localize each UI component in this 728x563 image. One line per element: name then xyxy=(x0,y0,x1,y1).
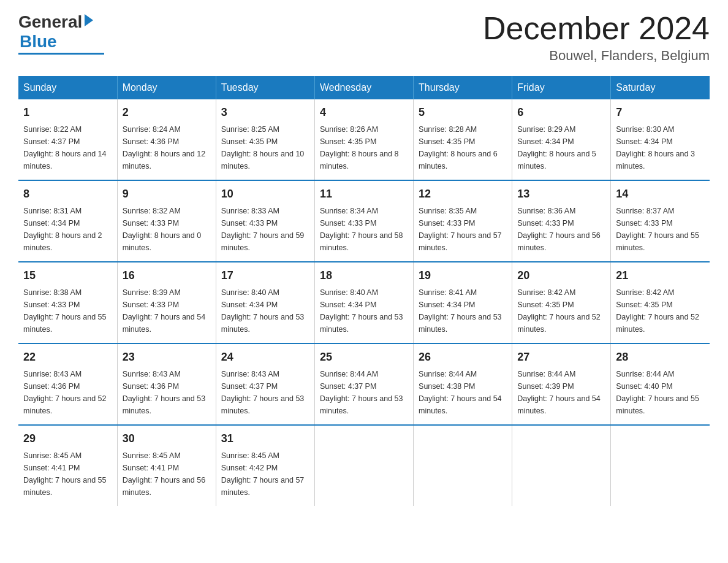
calendar-cell: 25 Sunrise: 8:44 AMSunset: 4:37 PMDaylig… xyxy=(314,343,413,425)
calendar-cell: 23 Sunrise: 8:43 AMSunset: 4:36 PMDaylig… xyxy=(117,343,216,425)
day-info: Sunrise: 8:33 AMSunset: 4:33 PMDaylight:… xyxy=(221,207,305,252)
calendar-cell: 12 Sunrise: 8:35 AMSunset: 4:33 PMDaylig… xyxy=(414,180,512,262)
header-row: Sunday Monday Tuesday Wednesday Thursday… xyxy=(18,76,710,99)
calendar-cell: 16 Sunrise: 8:39 AMSunset: 4:33 PMDaylig… xyxy=(117,262,216,343)
day-number: 19 xyxy=(419,267,507,284)
day-number: 13 xyxy=(517,186,605,202)
logo-text: General xyxy=(18,12,93,32)
calendar-cell: 27 Sunrise: 8:44 AMSunset: 4:39 PMDaylig… xyxy=(512,343,611,425)
day-number: 29 xyxy=(23,431,112,447)
day-number: 25 xyxy=(320,349,408,366)
day-info: Sunrise: 8:26 AMSunset: 4:35 PMDaylight:… xyxy=(320,125,399,170)
month-title: December 2024 xyxy=(483,12,710,44)
col-tuesday: Tuesday xyxy=(216,76,314,99)
day-number: 28 xyxy=(616,349,705,366)
logo: General Blue xyxy=(18,12,104,55)
day-info: Sunrise: 8:37 AMSunset: 4:33 PMDaylight:… xyxy=(616,207,699,252)
calendar-cell: 26 Sunrise: 8:44 AMSunset: 4:38 PMDaylig… xyxy=(414,343,512,425)
calendar-cell: 30 Sunrise: 8:45 AMSunset: 4:41 PMDaylig… xyxy=(117,425,216,506)
day-number: 5 xyxy=(419,104,507,121)
day-number: 4 xyxy=(320,104,408,121)
day-info: Sunrise: 8:36 AMSunset: 4:33 PMDaylight:… xyxy=(517,207,601,252)
col-monday: Monday xyxy=(117,76,216,99)
calendar-cell xyxy=(512,425,611,506)
col-wednesday: Wednesday xyxy=(314,76,413,99)
calendar-cell: 22 Sunrise: 8:43 AMSunset: 4:36 PMDaylig… xyxy=(18,343,117,425)
col-friday: Friday xyxy=(512,76,611,99)
day-number: 30 xyxy=(123,431,211,447)
day-info: Sunrise: 8:43 AMSunset: 4:36 PMDaylight:… xyxy=(123,370,206,415)
title-section: December 2024 Bouwel, Flanders, Belgium xyxy=(483,12,710,64)
day-info: Sunrise: 8:29 AMSunset: 4:34 PMDaylight:… xyxy=(517,125,596,170)
day-number: 3 xyxy=(221,104,309,121)
calendar-week-row: 15 Sunrise: 8:38 AMSunset: 4:33 PMDaylig… xyxy=(18,262,710,343)
calendar-cell xyxy=(314,425,413,506)
day-info: Sunrise: 8:32 AMSunset: 4:33 PMDaylight:… xyxy=(123,207,202,252)
day-info: Sunrise: 8:28 AMSunset: 4:35 PMDaylight:… xyxy=(419,125,498,170)
day-number: 14 xyxy=(616,186,705,202)
calendar-week-row: 29 Sunrise: 8:45 AMSunset: 4:41 PMDaylig… xyxy=(18,425,710,506)
day-info: Sunrise: 8:43 AMSunset: 4:36 PMDaylight:… xyxy=(23,370,107,415)
calendar-cell: 10 Sunrise: 8:33 AMSunset: 4:33 PMDaylig… xyxy=(216,180,314,262)
calendar-cell: 24 Sunrise: 8:43 AMSunset: 4:37 PMDaylig… xyxy=(216,343,314,425)
calendar-header: Sunday Monday Tuesday Wednesday Thursday… xyxy=(18,76,710,99)
day-info: Sunrise: 8:45 AMSunset: 4:41 PMDaylight:… xyxy=(123,451,206,497)
calendar-cell: 14 Sunrise: 8:37 AMSunset: 4:33 PMDaylig… xyxy=(611,180,710,262)
calendar-cell: 31 Sunrise: 8:45 AMSunset: 4:42 PMDaylig… xyxy=(216,425,314,506)
calendar-cell: 15 Sunrise: 8:38 AMSunset: 4:33 PMDaylig… xyxy=(18,262,117,343)
calendar-cell: 13 Sunrise: 8:36 AMSunset: 4:33 PMDaylig… xyxy=(512,180,611,262)
day-info: Sunrise: 8:40 AMSunset: 4:34 PMDaylight:… xyxy=(221,288,305,334)
calendar-cell: 9 Sunrise: 8:32 AMSunset: 4:33 PMDayligh… xyxy=(117,180,216,262)
calendar-cell: 2 Sunrise: 8:24 AMSunset: 4:36 PMDayligh… xyxy=(117,99,216,180)
day-number: 20 xyxy=(517,267,605,284)
calendar-cell: 29 Sunrise: 8:45 AMSunset: 4:41 PMDaylig… xyxy=(18,425,117,506)
day-info: Sunrise: 8:44 AMSunset: 4:37 PMDaylight:… xyxy=(320,370,403,415)
day-number: 26 xyxy=(419,349,507,366)
logo-triangle-icon xyxy=(85,14,93,26)
day-info: Sunrise: 8:38 AMSunset: 4:33 PMDaylight:… xyxy=(23,288,107,334)
logo-general: General xyxy=(18,12,82,32)
calendar-week-row: 22 Sunrise: 8:43 AMSunset: 4:36 PMDaylig… xyxy=(18,343,710,425)
day-number: 11 xyxy=(320,186,408,202)
day-info: Sunrise: 8:44 AMSunset: 4:39 PMDaylight:… xyxy=(517,370,601,415)
day-number: 22 xyxy=(23,349,112,366)
day-info: Sunrise: 8:24 AMSunset: 4:36 PMDaylight:… xyxy=(123,125,206,170)
day-info: Sunrise: 8:44 AMSunset: 4:40 PMDaylight:… xyxy=(616,370,699,415)
col-sunday: Sunday xyxy=(18,76,117,99)
day-number: 8 xyxy=(23,186,112,202)
day-info: Sunrise: 8:39 AMSunset: 4:33 PMDaylight:… xyxy=(123,288,206,334)
calendar-cell xyxy=(414,425,512,506)
day-number: 31 xyxy=(221,431,309,447)
day-info: Sunrise: 8:25 AMSunset: 4:35 PMDaylight:… xyxy=(221,125,305,170)
day-number: 23 xyxy=(123,349,211,366)
day-info: Sunrise: 8:35 AMSunset: 4:33 PMDaylight:… xyxy=(419,207,502,252)
logo-underline xyxy=(18,53,104,55)
day-info: Sunrise: 8:42 AMSunset: 4:35 PMDaylight:… xyxy=(616,288,699,334)
day-number: 24 xyxy=(221,349,309,366)
day-info: Sunrise: 8:45 AMSunset: 4:41 PMDaylight:… xyxy=(23,451,107,497)
calendar-cell: 5 Sunrise: 8:28 AMSunset: 4:35 PMDayligh… xyxy=(414,99,512,180)
calendar-cell: 3 Sunrise: 8:25 AMSunset: 4:35 PMDayligh… xyxy=(216,99,314,180)
calendar-cell: 8 Sunrise: 8:31 AMSunset: 4:34 PMDayligh… xyxy=(18,180,117,262)
calendar-cell: 4 Sunrise: 8:26 AMSunset: 4:35 PMDayligh… xyxy=(314,99,413,180)
day-number: 17 xyxy=(221,267,309,284)
day-number: 10 xyxy=(221,186,309,202)
calendar-cell: 28 Sunrise: 8:44 AMSunset: 4:40 PMDaylig… xyxy=(611,343,710,425)
day-info: Sunrise: 8:42 AMSunset: 4:35 PMDaylight:… xyxy=(517,288,601,334)
calendar-cell xyxy=(611,425,710,506)
day-info: Sunrise: 8:22 AMSunset: 4:37 PMDaylight:… xyxy=(23,125,107,170)
calendar-table: Sunday Monday Tuesday Wednesday Thursday… xyxy=(18,76,710,506)
day-info: Sunrise: 8:43 AMSunset: 4:37 PMDaylight:… xyxy=(221,370,305,415)
day-info: Sunrise: 8:30 AMSunset: 4:34 PMDaylight:… xyxy=(616,125,695,170)
calendar-cell: 20 Sunrise: 8:42 AMSunset: 4:35 PMDaylig… xyxy=(512,262,611,343)
calendar-cell: 1 Sunrise: 8:22 AMSunset: 4:37 PMDayligh… xyxy=(18,99,117,180)
calendar-cell: 7 Sunrise: 8:30 AMSunset: 4:34 PMDayligh… xyxy=(611,99,710,180)
page-header: General Blue December 2024 Bouwel, Fland… xyxy=(18,12,710,64)
day-info: Sunrise: 8:45 AMSunset: 4:42 PMDaylight:… xyxy=(221,451,305,497)
calendar-week-row: 8 Sunrise: 8:31 AMSunset: 4:34 PMDayligh… xyxy=(18,180,710,262)
day-number: 21 xyxy=(616,267,705,284)
logo-blue-text: Blue xyxy=(20,32,57,52)
day-info: Sunrise: 8:34 AMSunset: 4:33 PMDaylight:… xyxy=(320,207,403,252)
day-info: Sunrise: 8:44 AMSunset: 4:38 PMDaylight:… xyxy=(419,370,502,415)
day-number: 7 xyxy=(616,104,705,121)
